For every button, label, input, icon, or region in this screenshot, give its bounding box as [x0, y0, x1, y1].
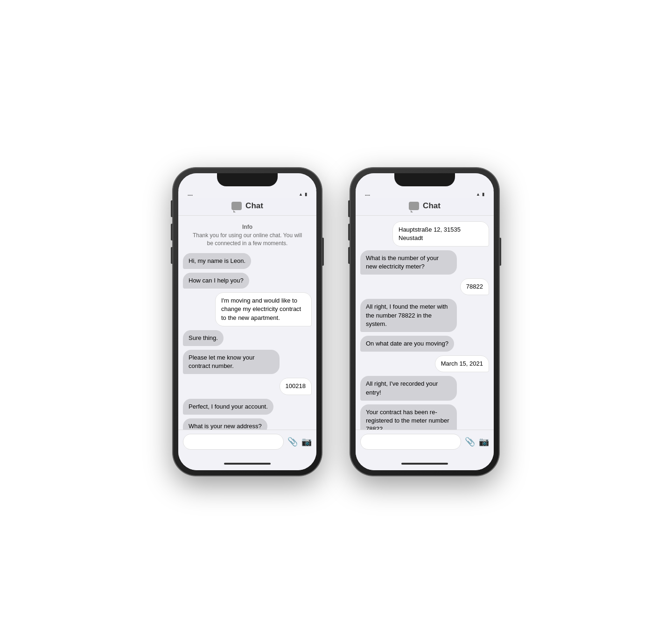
message-4: Sure thing.	[183, 330, 224, 346]
message-2: How can I help you?	[183, 273, 249, 289]
wifi-icon-1: ▲	[299, 192, 303, 197]
message-1: Hi, my name is Leon.	[183, 253, 251, 269]
battery-icon-2: ▮	[482, 192, 484, 197]
camera-icon-1[interactable]: 📷	[301, 437, 312, 447]
input-area-1: 📎 📷	[178, 430, 316, 457]
message-7: Your contract has been re-registered to …	[360, 404, 457, 430]
home-indicator-1	[178, 457, 316, 470]
message-0: InfoThank you for using our online chat.…	[183, 221, 312, 249]
message-3: I'm moving and would like to change my e…	[215, 292, 312, 326]
message-1: What is the number of your new electrici…	[360, 250, 457, 275]
chat-nav-icon-1	[231, 202, 242, 210]
camera-icon-2[interactable]: 📷	[479, 437, 489, 447]
message-5: Please let me know your contract number.	[183, 350, 280, 374]
message-6: 100218	[280, 378, 312, 395]
nav-title-2: Chat	[423, 201, 441, 211]
message-2: 78822	[460, 278, 489, 295]
chat-area-2: Hauptstraße 12, 31535 NeustadtWhat is th…	[356, 216, 494, 430]
phone-1-inner: .... ▲ ▮ Chat InfoThank you for using ou…	[178, 173, 316, 470]
notch-area-2	[356, 173, 494, 190]
attach-icon-1[interactable]: 📎	[287, 437, 298, 447]
notch-1	[217, 173, 278, 186]
status-bar-1: .... ▲ ▮	[178, 190, 316, 198]
home-indicator-2	[356, 457, 494, 470]
input-area-2: 📎 📷	[356, 430, 494, 457]
home-bar-2	[401, 463, 448, 465]
status-icons-1: ▲ ▮	[299, 192, 307, 197]
attach-icon-2[interactable]: 📎	[465, 437, 475, 447]
chat-area-1: InfoThank you for using our online chat.…	[178, 216, 316, 430]
message-5: March 15, 2021	[435, 355, 489, 372]
status-time-2: ....	[365, 191, 370, 197]
message-7: Perfect, I found your account.	[183, 399, 273, 415]
phone-2: .... ▲ ▮ Chat Hauptstraße 12, 31535 Neus…	[350, 168, 499, 476]
notch-area-1	[178, 173, 316, 190]
notch-2	[394, 173, 455, 186]
nav-bar-2: Chat	[356, 198, 494, 216]
nav-title-1: Chat	[245, 201, 263, 211]
message-8: What is your new address?	[183, 418, 267, 430]
info-label: Info	[190, 223, 304, 231]
phone-2-inner: .... ▲ ▮ Chat Hauptstraße 12, 31535 Neus…	[356, 173, 494, 470]
phones-container: .... ▲ ▮ Chat InfoThank you for using ou…	[154, 149, 518, 495]
message-3: All right, I found the meter with the nu…	[360, 299, 457, 332]
status-icons-2: ▲ ▮	[476, 192, 484, 197]
chat-input-2[interactable]	[360, 434, 461, 450]
status-bar-2: .... ▲ ▮	[356, 190, 494, 198]
home-bar-1	[224, 463, 271, 465]
message-6: All right, I've recorded your entry!	[360, 376, 457, 400]
status-time-1: ....	[188, 191, 193, 197]
message-0: Hauptstraße 12, 31535 Neustadt	[392, 221, 489, 247]
chat-input-1[interactable]	[183, 434, 284, 450]
message-4: On what date are you moving?	[360, 336, 454, 352]
nav-bar-1: Chat	[178, 198, 316, 216]
phone-1: .... ▲ ▮ Chat InfoThank you for using ou…	[173, 168, 322, 476]
battery-icon-1: ▮	[305, 192, 307, 197]
wifi-icon-2: ▲	[476, 192, 480, 197]
chat-nav-icon-2	[409, 202, 419, 210]
